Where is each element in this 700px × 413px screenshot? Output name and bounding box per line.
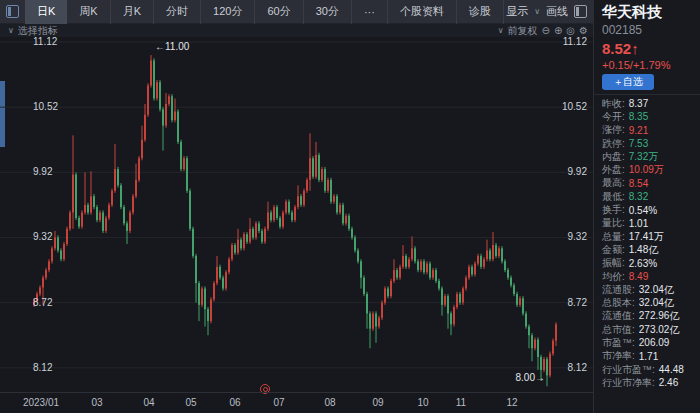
stock-app-window: 日K周K月K分时120分60分30分···个股资料诊股 显示 ∨ 画线 ∨ 选择… bbox=[0, 0, 700, 413]
quote-row: 昨收:8.37 bbox=[602, 97, 698, 110]
quote-value: 2.63% bbox=[629, 258, 657, 269]
quote-row: 振幅:2.63% bbox=[602, 257, 698, 270]
quote-row: 最高:8.54 bbox=[602, 177, 698, 190]
price-annotation: ←11.00 bbox=[155, 41, 189, 52]
stock-code: 002185 bbox=[602, 23, 642, 37]
chevron-down-icon: ∨ bbox=[8, 26, 14, 35]
x-axis-label: 04 bbox=[143, 397, 154, 408]
tab-周K[interactable]: 周K bbox=[67, 0, 110, 24]
quote-row: 流通值:272.96亿 bbox=[602, 310, 698, 323]
x-axis-label: 06 bbox=[229, 397, 240, 408]
quote-label: 昨收: bbox=[602, 97, 625, 111]
quote-row: 行业市净率:2.46 bbox=[602, 376, 698, 389]
layout-panel-icon[interactable] bbox=[6, 5, 19, 18]
y-axis-label: 8.12 bbox=[33, 362, 52, 373]
quote-value: 0.54% bbox=[629, 205, 657, 216]
quote-label: 市净率: bbox=[602, 349, 635, 363]
period-toolbar: 日K周K月K分时120分60分30分···个股资料诊股 显示 ∨ 画线 bbox=[0, 0, 593, 24]
zoom-in-icon[interactable]: ⊕ bbox=[554, 26, 562, 36]
x-axis-label: 03 bbox=[91, 397, 102, 408]
x-axis-label: 12 bbox=[506, 397, 517, 408]
x-axis-label: 09 bbox=[372, 397, 383, 408]
tab-分时[interactable]: 分时 bbox=[154, 0, 201, 24]
tab-诊股[interactable]: 诊股 bbox=[457, 0, 504, 24]
quote-value: 206.09 bbox=[639, 337, 670, 348]
tab-120分[interactable]: 120分 bbox=[201, 0, 255, 24]
quote-label: 最低: bbox=[602, 190, 625, 204]
quote-value: 10.09万 bbox=[629, 163, 664, 177]
quote-value: 8.54 bbox=[629, 178, 648, 189]
quote-row: 市净率:1.71 bbox=[602, 350, 698, 363]
indicator-bar: ∨ 选择指标 ∨ 前复权 ⊖ ⊕ ◎ ⚙ bbox=[0, 24, 593, 37]
quote-label: 行业市净率: bbox=[602, 376, 655, 390]
chart-x-axis: 2023/0103040506070809101112 bbox=[0, 392, 593, 413]
stock-price: 8.52↑ bbox=[602, 40, 639, 57]
kline-chart[interactable]: 11.1211.1210.5210.529.929.929.329.328.72… bbox=[0, 37, 593, 392]
x-axis-label: 11 bbox=[456, 397, 466, 408]
quote-row: 外盘:10.09万 bbox=[602, 163, 698, 176]
quote-value: 273.02亿 bbox=[639, 323, 680, 337]
chevron-down-icon: ∨ bbox=[534, 7, 540, 16]
quote-value: 8.35 bbox=[629, 111, 648, 122]
tab-日K[interactable]: 日K bbox=[25, 0, 67, 24]
quote-value: 7.53 bbox=[629, 138, 648, 149]
quote-label: 内盘: bbox=[602, 150, 625, 164]
quote-value: 272.96亿 bbox=[639, 309, 680, 323]
quote-panel: 华天科技 002185 8.52↑ +0.15/+1.79% ＋自选 昨收:8.… bbox=[593, 0, 700, 413]
quote-value: 8.37 bbox=[629, 98, 648, 109]
tab-月K[interactable]: 月K bbox=[111, 0, 154, 24]
tab-60分[interactable]: 60分 bbox=[255, 0, 303, 24]
quote-value: 9.21 bbox=[629, 125, 648, 136]
snapshot-icon[interactable]: ◎ bbox=[566, 26, 575, 36]
quote-label: 均价: bbox=[602, 270, 625, 284]
quote-label: 总市值: bbox=[602, 323, 635, 337]
tab-个股资料[interactable]: 个股资料 bbox=[388, 0, 457, 24]
quote-row: 跌停:7.53 bbox=[602, 137, 698, 150]
draw-line-button[interactable]: 画线 bbox=[546, 4, 568, 19]
quote-label: 流通值: bbox=[602, 309, 635, 323]
quote-value: 7.32万 bbox=[629, 150, 658, 164]
quote-row: 今开:8.35 bbox=[602, 110, 698, 123]
stock-change: +0.15/+1.79% bbox=[602, 59, 671, 71]
quote-label: 换手: bbox=[602, 203, 625, 217]
up-arrow-icon: ↑ bbox=[631, 40, 639, 57]
quote-value: 8.32 bbox=[629, 191, 648, 202]
chart-column: 日K周K月K分时120分60分30分···个股资料诊股 显示 ∨ 画线 ∨ 选择… bbox=[0, 0, 593, 413]
settings-gear-icon[interactable]: ⚙ bbox=[579, 26, 588, 36]
quote-value: 1.48亿 bbox=[629, 243, 658, 257]
quote-value: 1.71 bbox=[639, 351, 658, 362]
stock-name: 华天科技 bbox=[602, 3, 662, 22]
quote-value: 1.01 bbox=[629, 218, 648, 229]
x-axis-label: 2023/01 bbox=[23, 397, 59, 408]
period-tabs: 日K周K月K分时120分60分30分···个股资料诊股 bbox=[25, 0, 504, 24]
quote-row: 内盘:7.32万 bbox=[602, 150, 698, 163]
zoom-out-icon[interactable]: ⊖ bbox=[542, 26, 550, 36]
x-axis-label: 05 bbox=[185, 397, 196, 408]
quote-row: 金额:1.48亿 bbox=[602, 243, 698, 256]
quote-row: 量比:1.01 bbox=[602, 217, 698, 230]
quote-label: 总股本: bbox=[602, 296, 635, 310]
y-axis-label: 9.92 bbox=[33, 166, 52, 177]
x-axis-label: 08 bbox=[324, 397, 335, 408]
quote-value: 2.46 bbox=[659, 377, 678, 388]
x-axis-label: 07 bbox=[273, 397, 284, 408]
quote-row: 最低:8.32 bbox=[602, 190, 698, 203]
quote-label: 金额: bbox=[602, 243, 625, 257]
quote-row: 市盈™:206.09 bbox=[602, 336, 698, 349]
y-axis-label: 10.52 bbox=[33, 101, 58, 112]
quote-value: 32.04亿 bbox=[639, 283, 674, 297]
quote-label: 今开: bbox=[602, 110, 625, 124]
tab-30分[interactable]: 30分 bbox=[304, 0, 352, 24]
forward-adjusted-button[interactable]: 前复权 bbox=[508, 24, 538, 38]
display-menu-button[interactable]: 显示 bbox=[506, 4, 528, 19]
quote-label: 外盘: bbox=[602, 163, 625, 177]
tab-···[interactable]: ··· bbox=[352, 0, 388, 24]
quote-label: 总量: bbox=[602, 230, 625, 244]
quote-rows: 昨收:8.37今开:8.35涨停:9.21跌停:7.53内盘:7.32万外盘:1… bbox=[602, 97, 698, 390]
y-axis-label: 9.92 bbox=[568, 166, 587, 177]
sidebar-toggle-icon[interactable] bbox=[574, 5, 587, 18]
quote-row: 行业市盈™:44.48 bbox=[602, 363, 698, 376]
quote-value: 17.41万 bbox=[629, 230, 664, 244]
add-watchlist-button[interactable]: ＋自选 bbox=[602, 74, 654, 90]
y-axis-label: 10.52 bbox=[562, 101, 587, 112]
